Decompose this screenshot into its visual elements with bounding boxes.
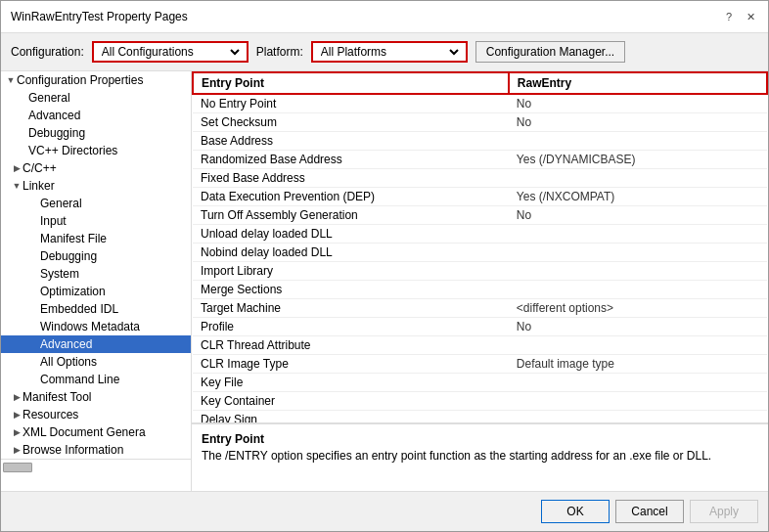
tree-item-debugging-top[interactable]: Debugging [1,124,191,142]
main-window: WinRawEntryTest Property Pages ? ✕ Confi… [0,0,769,532]
right-panel: Entry Point RawEntry No Entry PointNoSet… [192,71,768,491]
tree-item-browse-info[interactable]: Browse Information [1,441,191,459]
tree-label-advanced-top: Advanced [28,109,80,122]
help-button[interactable]: ? [721,9,737,24]
tree-item-linker-advanced[interactable]: Advanced [1,335,191,353]
prop-value: No [509,94,767,113]
tree-item-linker-winmeta[interactable]: Windows Metadata [1,318,191,335]
tree-label-config-props: Configuration Properties [17,73,143,87]
table-row[interactable]: Key Container [193,392,767,411]
prop-name: Target Machine [193,299,509,318]
tree-arrow-config-props [5,75,17,85]
config-select-wrap[interactable]: All Configurations [92,41,249,63]
tree-arrow-resources [11,410,23,420]
tree-item-linker-idl[interactable]: Embedded IDL [1,300,191,318]
table-row[interactable]: Unload delay loaded DLL [193,225,767,244]
table-row[interactable]: Base Address [193,132,767,151]
tree-item-linker-cmdline[interactable]: Command Line [1,371,191,388]
tree-arrow-browse-info [11,445,23,455]
tree-label-xml-doc: XML Document Genera [23,425,146,439]
tree-hscroll[interactable] [1,459,191,474]
tree-label-linker-allopts: All Options [40,355,97,369]
prop-name: Base Address [193,132,509,151]
config-bar: Configuration: All Configurations Platfo… [1,33,768,71]
apply-button[interactable]: Apply [690,500,758,523]
prop-name: Nobind delay loaded DLL [193,244,509,262]
table-row[interactable]: Import Library [193,262,767,281]
tree-item-linker-input[interactable]: Input [1,212,191,230]
prop-value [509,169,767,188]
prop-name: Set Checksum [193,113,509,132]
prop-value [509,336,767,355]
description-text: The /ENTRY option specifies an entry poi… [202,449,758,463]
tree-item-manifest-tool[interactable]: Manifest Tool [1,388,191,406]
tree-item-linker[interactable]: Linker [1,177,191,195]
table-row[interactable]: Target Machine<different options> [193,299,767,318]
tree-label-linker-advanced: Advanced [40,337,92,351]
tree-item-linker-general[interactable]: General [1,195,191,212]
prop-name: Key Container [193,392,509,411]
tree-item-cpp[interactable]: C/C++ [1,159,191,177]
platform-label: Platform: [256,45,303,59]
prop-value: No [509,113,767,132]
tree-item-advanced-top[interactable]: Advanced [1,107,191,124]
prop-value [509,411,767,423]
tree-item-config-props[interactable]: Configuration Properties [1,71,191,89]
table-row[interactable]: Fixed Base Address [193,169,767,188]
tree-item-linker-allopts[interactable]: All Options [1,353,191,371]
table-row[interactable]: CLR Image TypeDefault image type [193,355,767,374]
tree-label-linker-manifest: Manifest File [40,232,107,245]
tree-item-resources[interactable]: Resources [1,406,191,423]
prop-name: Import Library [193,262,509,281]
tree-label-cpp: C/C++ [23,161,57,175]
table-row[interactable]: Turn Off Assembly GenerationNo [193,206,767,225]
table-row[interactable]: Key File [193,374,767,392]
table-row[interactable]: Merge Sections [193,281,767,299]
description-panel: Entry Point The /ENTRY option specifies … [192,422,768,491]
table-row[interactable]: Delay Sign [193,411,767,423]
tree-item-linker-manifest[interactable]: Manifest File [1,230,191,247]
prop-value: No [509,318,767,336]
prop-name: Key File [193,374,509,392]
config-select[interactable]: All Configurations [98,44,243,60]
prop-value: Yes (/NXCOMPAT) [509,188,767,206]
prop-value: Default image type [509,355,767,374]
prop-table-container: Entry Point RawEntry No Entry PointNoSet… [192,71,768,422]
tree-arrow-manifest-tool [11,392,23,402]
tree-item-xml-doc[interactable]: XML Document Genera [1,423,191,441]
prop-value: Yes (/DYNAMICBASE) [509,151,767,169]
platform-select-wrap[interactable]: All Platforms [311,41,468,63]
prop-name: Randomized Base Address [193,151,509,169]
tree-item-linker-system[interactable]: System [1,265,191,283]
config-manager-button[interactable]: Configuration Manager... [475,41,625,63]
ok-button[interactable]: OK [541,500,610,523]
table-row[interactable]: Data Execution Prevention (DEP)Yes (/NXC… [193,188,767,206]
title-bar: WinRawEntryTest Property Pages ? ✕ [1,1,768,33]
cancel-button[interactable]: Cancel [615,500,684,523]
close-button[interactable]: ✕ [743,9,758,24]
tree-label-resources: Resources [23,408,78,421]
tree-label-linker-debug: Debugging [40,249,97,263]
prop-value [509,392,767,411]
hscroll-thumb [3,463,32,472]
tree-item-linker-debug[interactable]: Debugging [1,247,191,265]
prop-value [509,244,767,262]
tree-label-linker-system: System [40,267,79,281]
table-row[interactable]: Nobind delay loaded DLL [193,244,767,262]
table-row[interactable]: Randomized Base AddressYes (/DYNAMICBASE… [193,151,767,169]
table-row[interactable]: CLR Thread Attribute [193,336,767,355]
tree-item-linker-opt[interactable]: Optimization [1,283,191,300]
table-row[interactable]: No Entry PointNo [193,94,767,113]
tree-item-vcdirs[interactable]: VC++ Directories [1,142,191,159]
table-row[interactable]: Set ChecksumNo [193,113,767,132]
prop-name: CLR Image Type [193,355,509,374]
table-row[interactable]: ProfileNo [193,318,767,336]
tree-arrow-cpp [11,163,23,173]
platform-select[interactable]: All Platforms [317,44,462,60]
tree-item-general[interactable]: General [1,89,191,107]
prop-name: Profile [193,318,509,336]
tree-label-manifest-tool: Manifest Tool [23,390,91,404]
prop-value [509,132,767,151]
tree-panel: Configuration Properties General Advance… [1,71,192,491]
prop-value: <different options> [509,299,767,318]
